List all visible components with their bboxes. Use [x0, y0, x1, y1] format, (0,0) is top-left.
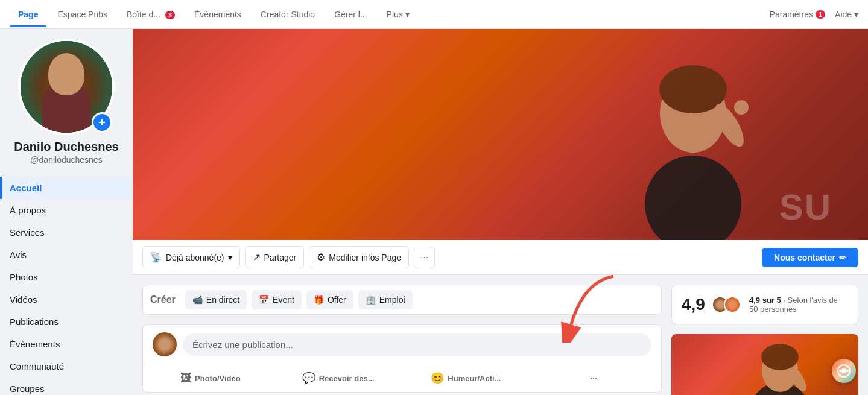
subscribe-icon: 📡: [150, 251, 162, 263]
nav-aide[interactable]: Aide ▾: [835, 10, 858, 19]
mood-icon: 😊: [431, 371, 444, 385]
create-actions-row: Créer 📹 En direct 📅 Event 🎁 Offer 🏢: [142, 285, 662, 315]
create-label: Créer: [150, 290, 176, 309]
tab-page[interactable]: Page: [10, 2, 46, 27]
below-action-area: Créer 📹 En direct 📅 Event 🎁 Offer 🏢: [133, 275, 868, 395]
post-avatar: [153, 332, 177, 356]
add-avatar-button[interactable]: +: [92, 112, 112, 133]
rating-avatar-2: [724, 296, 741, 313]
svg-point-4: [734, 100, 749, 115]
rating-avatars: [712, 296, 741, 313]
en-direct-button[interactable]: 📹 En direct: [185, 290, 247, 309]
nav-tabs: Page Espace Pubs Boîte d... 3 Évènements…: [10, 2, 770, 27]
right-column: 4,9 4,9 sur 5 · Selon l'avis de 50 perso…: [671, 285, 858, 395]
write-post-actions: 🖼 Photo/Vidéo 💬 Recevoir des... 😊 Humeur…: [143, 364, 661, 392]
cover-photo: SU: [133, 29, 868, 240]
modifier-button[interactable]: ⚙ Modifier infos Page: [309, 246, 409, 268]
message-icon: 💬: [302, 371, 315, 385]
sidebar-item-communaute[interactable]: Communauté: [0, 355, 133, 378]
tab-plus[interactable]: Plus ▾: [378, 2, 418, 27]
partager-button[interactable]: ↗ Partager: [245, 246, 305, 268]
sidebar-item-a-propos[interactable]: À propos: [0, 199, 133, 221]
svg-point-8: [761, 344, 799, 370]
svg-point-0: [645, 156, 741, 240]
rating-text: 4,9 sur 5 · Selon l'avis de 50 personnes: [749, 295, 848, 314]
tab-evenements[interactable]: Évènements: [186, 2, 250, 27]
avatar-container: +: [18, 39, 115, 135]
sidebar-item-publications[interactable]: Publications: [0, 311, 133, 333]
sidebar-item-services[interactable]: Services: [0, 221, 133, 244]
more-write-button[interactable]: ···: [531, 367, 656, 390]
cover-text-overlay: SU: [779, 186, 832, 228]
emploi-icon: 🏢: [366, 295, 376, 305]
dropdown-chevron-icon: ▾: [228, 253, 232, 262]
sidebar-item-accueil[interactable]: Accueil: [0, 177, 133, 199]
boite-badge: 3: [165, 11, 175, 19]
rating-out-of: 4,9 sur 5: [749, 295, 781, 305]
offer-icon: 🎁: [314, 295, 324, 305]
nav-right: Paramètres 1 Aide ▾: [770, 10, 858, 19]
profile-name: Danilo Duchesnes: [14, 140, 118, 154]
fab-icon: [837, 364, 851, 378]
write-post-top: Écrivez une publication...: [143, 325, 661, 364]
event-icon: 📅: [259, 295, 269, 305]
sidebar-nav: Accueil À propos Services Avis Photos Vi…: [0, 174, 133, 395]
thumbnail-card[interactable]: À PROPOS DANILO DUCHESNES: [671, 334, 858, 395]
post-input[interactable]: Écrivez une publication...: [183, 333, 651, 356]
profile-area: + Danilo Duchesnes @daniloduchesnes: [0, 29, 133, 174]
photo-video-button[interactable]: 🖼 Photo/Vidéo: [148, 367, 273, 390]
svg-point-13: [846, 370, 849, 372]
thumbnail-person-svg: [738, 334, 822, 395]
action-bar: 📡 Déjà abonné(e) ▾ ↗ Partager ⚙ Modifier…: [133, 240, 868, 275]
humeur-button[interactable]: 😊 Humeur/Acti...: [404, 367, 529, 390]
sidebar-item-photos[interactable]: Photos: [0, 266, 133, 288]
scroll-fab[interactable]: [832, 359, 856, 383]
sidebar-item-videos[interactable]: Vidéos: [0, 288, 133, 311]
cover-person-svg: [609, 29, 778, 240]
tab-espace-pubs[interactable]: Espace Pubs: [49, 2, 116, 27]
sidebar: + Danilo Duchesnes @daniloduchesnes Accu…: [0, 29, 133, 395]
photo-icon: 🖼: [180, 372, 191, 385]
main-layout: + Danilo Duchesnes @daniloduchesnes Accu…: [0, 29, 868, 395]
nav-parametres[interactable]: Paramètres 1: [770, 10, 825, 19]
more-options-button[interactable]: ···: [414, 247, 435, 268]
emploi-button[interactable]: 🏢 Emploi: [358, 290, 413, 309]
deja-abonne-button[interactable]: 📡 Déjà abonné(e) ▾: [142, 246, 240, 268]
event-button[interactable]: 📅 Event: [252, 290, 302, 309]
svg-point-11: [841, 368, 846, 373]
offer-button[interactable]: 🎁 Offer: [306, 290, 353, 309]
top-nav: Page Espace Pubs Boîte d... 3 Évènements…: [0, 0, 868, 29]
live-icon: 📹: [192, 295, 203, 305]
posts-column: Créer 📹 En direct 📅 Event 🎁 Offer 🏢: [142, 285, 662, 395]
parametres-badge: 1: [816, 10, 825, 19]
sidebar-item-avis[interactable]: Avis: [0, 244, 133, 266]
profile-handle: @daniloduchesnes: [30, 155, 102, 165]
write-post-container: Écrivez une publication... 🖼 Photo/Vidéo…: [142, 324, 662, 393]
svg-point-12: [839, 370, 841, 372]
rating-card: 4,9 4,9 sur 5 · Selon l'avis de 50 perso…: [671, 285, 858, 324]
tab-gerer[interactable]: Gérer l...: [326, 2, 375, 27]
recevoir-button[interactable]: 💬 Recevoir des...: [276, 367, 401, 390]
edit-icon: ✏: [839, 253, 846, 262]
sidebar-item-evenements[interactable]: Évènements: [0, 333, 133, 355]
tab-boite[interactable]: Boîte d... 3: [118, 2, 183, 27]
rating-score: 4,9: [682, 295, 706, 314]
write-post-box: Écrivez une publication... 🖼 Photo/Vidéo…: [142, 324, 662, 393]
nous-contacter-button[interactable]: Nous contacter ✏: [762, 248, 858, 267]
share-icon: ↗: [253, 251, 261, 263]
content-area: SU 📡 Déjà abonné(e) ▾ ↗: [133, 29, 868, 395]
settings-icon: ⚙: [317, 251, 325, 263]
sidebar-item-groupes[interactable]: Groupes: [0, 378, 133, 395]
tab-creator-studio[interactable]: Creator Studio: [252, 2, 323, 27]
